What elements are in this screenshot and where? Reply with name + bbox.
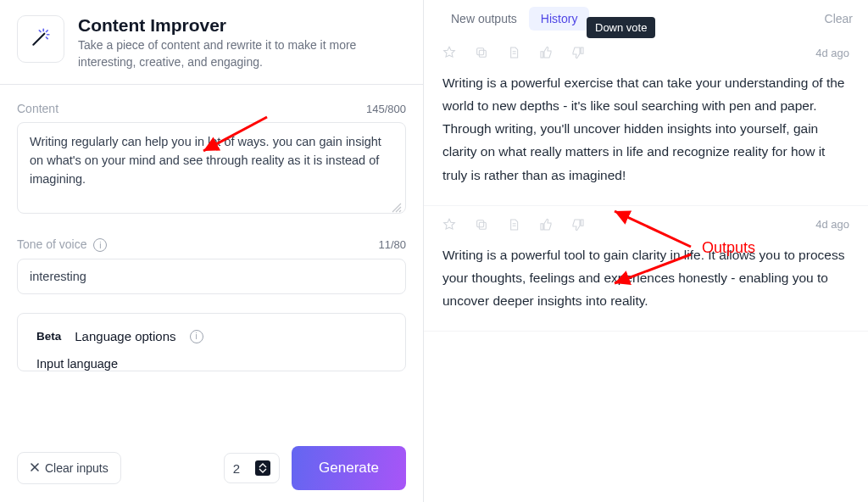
thumbs-down-icon[interactable] [571,218,585,231]
clear-inputs-button[interactable]: Clear inputs [17,452,121,484]
stepper-icon[interactable] [255,460,270,476]
input-language-label: Input language [36,357,387,371]
page-description: Take a piece of content and rewrite it t… [78,37,406,70]
svg-rect-1 [479,50,486,57]
output-text: Writing is a powerful exercise that can … [442,71,849,187]
output-count-value: 2 [233,461,240,476]
generate-button[interactable]: Generate [292,446,406,490]
svg-rect-3 [479,222,486,229]
copy-icon[interactable] [475,46,488,59]
thumbs-up-icon[interactable] [539,46,553,59]
star-icon[interactable] [442,218,456,231]
close-icon [30,461,40,475]
downvote-tooltip: Down vote [587,17,655,38]
content-label: Content [17,102,58,115]
right-panel: New outputs History Clear Down vote 4d a… [424,0,868,502]
clear-inputs-label: Clear inputs [45,461,108,475]
tab-history[interactable]: History [529,7,590,31]
thumbs-down-icon[interactable] [571,46,585,59]
tone-field-header: Tone of voice i 11/80 [17,237,406,252]
language-options-label: Language options [75,329,175,343]
tab-new-outputs[interactable]: New outputs [439,7,529,31]
output-text: Writing is a powerful tool to gain clari… [442,243,849,312]
star-icon[interactable] [442,46,456,59]
tone-label: Tone of voice i [17,237,107,252]
output-item: 4d ago Writing is a powerful tool to gai… [424,206,868,332]
svg-rect-2 [477,48,484,55]
clear-outputs-button[interactable]: Clear [825,12,853,25]
beta-badge: Beta [36,330,61,343]
left-panel: Content Improver Take a piece of content… [0,0,424,502]
document-icon[interactable] [507,218,520,231]
output-time: 4d ago [815,218,849,231]
info-icon: i [93,238,107,252]
svg-rect-4 [477,220,484,226]
bottom-bar: Clear inputs 2 Generate [0,434,423,502]
content-char-count: 145/800 [366,103,406,115]
output-item: 4d ago Writing is a powerful exercise th… [424,34,868,206]
language-options-box: Beta Language options i Input language [17,313,406,371]
output-time: 4d ago [815,47,849,59]
thumbs-up-icon[interactable] [539,218,553,231]
content-field-header: Content 145/800 [17,102,406,115]
output-count-stepper[interactable]: 2 [224,453,280,483]
copy-icon[interactable] [475,218,488,231]
template-icon-box [17,15,64,63]
tone-input[interactable] [17,259,406,294]
info-icon: i [190,330,203,343]
tone-char-count: 11/80 [378,238,406,251]
wand-icon [30,26,52,52]
template-header: Content Improver Take a piece of content… [0,0,423,85]
document-icon[interactable] [507,46,520,59]
content-textarea[interactable] [17,122,406,214]
header-text: Content Improver Take a piece of content… [78,15,406,70]
outputs-list: 4d ago Writing is a powerful exercise th… [424,34,868,502]
page-title: Content Improver [78,15,406,36]
